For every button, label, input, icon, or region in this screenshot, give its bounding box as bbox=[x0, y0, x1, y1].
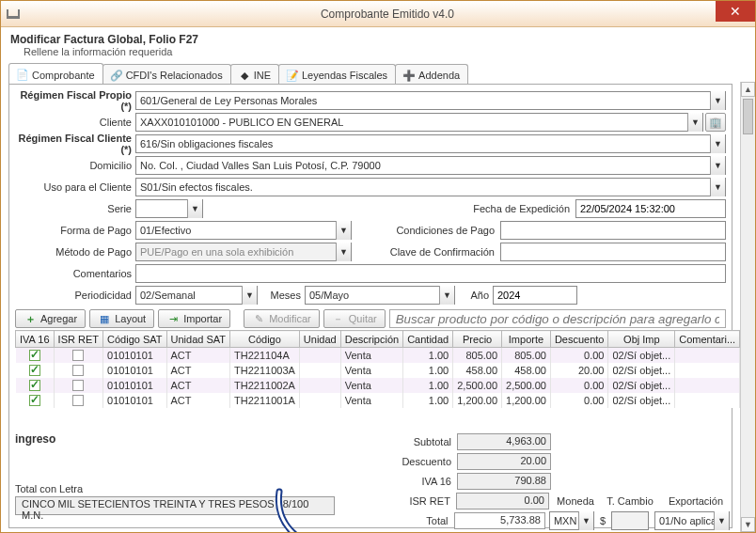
document-icon: 📄 bbox=[17, 70, 28, 81]
chevron-down-icon[interactable]: ▼ bbox=[687, 113, 702, 132]
cliente-combo[interactable]: XAXX010101000 - PUBLICO EN GENERAL▼ bbox=[135, 113, 703, 132]
iva-checkbox[interactable] bbox=[29, 350, 40, 361]
subtotal-label: Subtotal bbox=[344, 436, 457, 447]
chevron-down-icon[interactable]: ▼ bbox=[578, 511, 593, 530]
comentarios-input[interactable] bbox=[135, 264, 726, 283]
chevron-down-icon[interactable]: ▼ bbox=[439, 286, 454, 305]
export-combo[interactable]: 01/No aplica▼ bbox=[654, 511, 730, 530]
isr-checkbox[interactable] bbox=[72, 350, 84, 361]
col-usat[interactable]: Unidad SAT bbox=[166, 331, 230, 348]
col-cant[interactable]: Cantidad bbox=[403, 331, 453, 348]
agregar-button[interactable]: ＋Agregar bbox=[15, 309, 86, 328]
quitar-button[interactable]: －Quitar bbox=[323, 309, 386, 328]
chevron-down-icon[interactable]: ▼ bbox=[336, 221, 351, 240]
chevron-down-icon[interactable]: ▼ bbox=[710, 91, 725, 110]
table-row[interactable]: 01010101ACTTH2211001AVenta1.001,200.001,… bbox=[16, 393, 740, 408]
metodo-pago-label: Método de Pago bbox=[15, 246, 135, 258]
grid-toolbar: ＋Agregar ▦Layout ⇥Importar ✎Modificar －Q… bbox=[15, 309, 726, 328]
meses-combo[interactable]: 05/Mayo▼ bbox=[305, 286, 455, 305]
fecha-label: Fecha de Expedición bbox=[473, 203, 575, 214]
serie-combo[interactable]: ▼ bbox=[135, 199, 203, 218]
cond-pago-input[interactable] bbox=[500, 221, 726, 240]
tab-comprobante[interactable]: 📄Comprobante bbox=[8, 63, 103, 84]
chevron-down-icon[interactable]: ▼ bbox=[187, 199, 202, 218]
col-iva[interactable]: IVA 16 bbox=[16, 331, 55, 348]
uso-cliente-combo[interactable]: S01/Sin efectos fiscales.▼ bbox=[135, 178, 726, 196]
total-letra-value: CINCO MIL SETECIENTOS TREINTA Y TRES PES… bbox=[15, 496, 335, 515]
export-label: Exportación bbox=[662, 495, 730, 507]
isr-checkbox[interactable] bbox=[72, 395, 84, 406]
periodicidad-combo[interactable]: 02/Semanal▼ bbox=[135, 286, 258, 305]
regimen-cliente-combo[interactable]: 616/Sin obligaciones fiscales▼ bbox=[135, 134, 726, 153]
tab-panel: Régimen Fiscal Propio (*) 601/General de… bbox=[8, 84, 732, 528]
col-descto[interactable]: Descuento bbox=[550, 331, 608, 348]
chevron-down-icon[interactable]: ▼ bbox=[710, 134, 725, 153]
link-icon: 🔗 bbox=[111, 70, 122, 81]
domicilio-label: Domicilio bbox=[15, 160, 135, 171]
layout-button[interactable]: ▦Layout bbox=[89, 309, 154, 328]
tab-addenda[interactable]: ➕Addenda bbox=[395, 64, 468, 84]
anio-input[interactable] bbox=[493, 286, 577, 305]
col-com[interactable]: Comentari... bbox=[675, 331, 740, 348]
chevron-down-icon[interactable]: ▼ bbox=[710, 156, 725, 175]
chevron-down-icon[interactable]: ▼ bbox=[242, 286, 257, 305]
close-button[interactable]: ✕ bbox=[716, 1, 755, 22]
uso-label: Uso para el Cliente bbox=[15, 181, 135, 193]
table-row[interactable]: 01010101ACTTH2211003AVenta1.00458.00458.… bbox=[16, 363, 740, 378]
scroll-thumb[interactable] bbox=[743, 99, 753, 134]
regimen-propio-combo[interactable]: 601/General de Ley Personas Morales▼ bbox=[135, 91, 726, 110]
total-label: Total bbox=[344, 515, 454, 526]
fecha-input[interactable] bbox=[575, 199, 726, 218]
pencil-icon: ✎ bbox=[252, 312, 265, 325]
isr-checkbox[interactable] bbox=[72, 365, 84, 376]
metodo-pago-combo[interactable]: PUE/Pago en una sola exhibición▼ bbox=[135, 243, 352, 261]
col-importe[interactable]: Importe bbox=[502, 331, 551, 348]
total-letra-label: Total con Letra bbox=[15, 483, 335, 494]
col-isr[interactable]: ISR RET bbox=[54, 331, 102, 348]
table-row[interactable]: 01010101ACTTH2211002AVenta1.002,500.002,… bbox=[16, 378, 740, 393]
table-header-row: IVA 16 ISR RET Código SAT Unidad SAT Cód… bbox=[16, 331, 740, 348]
tcambio-input[interactable] bbox=[611, 511, 649, 530]
regimen-propio-label: Régimen Fiscal Propio (*) bbox=[15, 89, 135, 112]
col-csat[interactable]: Código SAT bbox=[103, 331, 167, 348]
iva-checkbox[interactable] bbox=[29, 395, 40, 406]
subtotal-value: 4,963.00 bbox=[457, 433, 551, 450]
moneda-combo[interactable]: MXN▼ bbox=[549, 511, 594, 530]
col-codigo[interactable]: Código bbox=[230, 331, 300, 348]
iva-value: 790.88 bbox=[457, 473, 551, 490]
scroll-up-button[interactable]: ▲ bbox=[741, 82, 755, 97]
scroll-down-button[interactable]: ▼ bbox=[741, 517, 755, 532]
domicilio-combo[interactable]: No. Col. , Ciudad Valles San Luis Potosí… bbox=[135, 156, 726, 175]
vertical-scrollbar[interactable]: ▲ ▼ bbox=[740, 82, 755, 532]
tab-cfdi[interactable]: 🔗CFDI's Relacionados bbox=[102, 64, 231, 84]
table-row[interactable]: 01010101ACTTH221104AVenta1.00805.00805.0… bbox=[16, 348, 740, 363]
descuento-label: Descuento bbox=[344, 456, 457, 467]
iva-checkbox[interactable] bbox=[29, 365, 40, 376]
isr-value: 0.00 bbox=[456, 493, 549, 509]
importar-button[interactable]: ⇥Importar bbox=[158, 309, 230, 328]
tab-ine[interactable]: ◆INE bbox=[230, 64, 279, 84]
clave-conf-input[interactable] bbox=[500, 243, 726, 261]
layout-icon: ▦ bbox=[98, 312, 111, 325]
forma-pago-combo[interactable]: 01/Efectivo▼ bbox=[135, 221, 352, 240]
iva-label: IVA 16 bbox=[344, 476, 457, 487]
chevron-down-icon[interactable]: ▼ bbox=[714, 511, 729, 530]
col-unidad[interactable]: Unidad bbox=[299, 331, 340, 348]
periodicidad-label: Periodicidad bbox=[15, 290, 135, 301]
col-precio[interactable]: Precio bbox=[453, 331, 502, 348]
col-desc[interactable]: Descripción bbox=[340, 331, 402, 348]
descuento-value: 20.00 bbox=[457, 453, 551, 470]
col-obj[interactable]: Obj Imp bbox=[608, 331, 675, 348]
chevron-down-icon[interactable]: ▼ bbox=[336, 243, 351, 261]
cliente-lookup-button[interactable]: 🏢 bbox=[705, 113, 726, 132]
tab-leyendas[interactable]: 📝Leyendas Fiscales bbox=[278, 64, 396, 84]
tab-bar: 📄Comprobante 🔗CFDI's Relacionados ◆INE 📝… bbox=[8, 63, 732, 84]
plus-icon: ＋ bbox=[24, 312, 37, 325]
chevron-down-icon[interactable]: ▼ bbox=[710, 178, 725, 196]
modificar-button[interactable]: ✎Modificar bbox=[244, 309, 320, 328]
isr-label: ISR RET bbox=[344, 495, 456, 507]
isr-checkbox[interactable] bbox=[72, 380, 84, 391]
iva-checkbox[interactable] bbox=[29, 380, 40, 391]
grid-search-input[interactable] bbox=[389, 309, 726, 328]
tcambio-label: T. Cambio bbox=[604, 495, 656, 507]
